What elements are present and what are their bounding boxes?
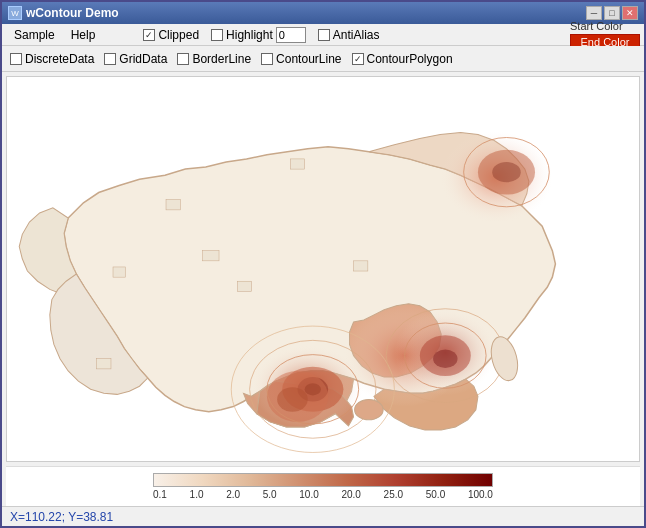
legend-label-5: 20.0 xyxy=(341,489,360,500)
coordinates-display: X=110.22; Y=38.81 xyxy=(10,510,113,524)
border-line-label: BorderLine xyxy=(192,52,251,66)
clipped-checkbox[interactable] xyxy=(143,29,155,41)
antialias-option: AntiAlias xyxy=(318,28,380,42)
discrete-data-label: DiscreteData xyxy=(25,52,94,66)
highlight-input[interactable] xyxy=(276,27,306,43)
legend-area: 0.1 1.0 2.0 5.0 10.0 20.0 25.0 50.0 100.… xyxy=(6,466,640,506)
highlight-label: Highlight xyxy=(226,28,273,42)
menu-bar: Sample Help Clipped Highlight AntiAlias … xyxy=(2,24,644,46)
svg-rect-28 xyxy=(354,261,368,271)
contour-polygon-checkbox[interactable] xyxy=(352,53,364,65)
svg-rect-26 xyxy=(97,359,111,369)
app-icon: W xyxy=(8,6,22,20)
svg-rect-23 xyxy=(166,200,180,210)
clipped-option: Clipped xyxy=(143,28,199,42)
svg-rect-24 xyxy=(203,251,219,261)
contour-line-label: ContourLine xyxy=(276,52,341,66)
options-bar: DiscreteData GridData BorderLine Contour… xyxy=(2,46,644,72)
antialias-label: AntiAlias xyxy=(333,28,380,42)
discrete-data-option: DiscreteData xyxy=(10,52,94,66)
contour-line-option: ContourLine xyxy=(261,52,341,66)
legend-labels: 0.1 1.0 2.0 5.0 10.0 20.0 25.0 50.0 100.… xyxy=(153,489,493,500)
legend-bar xyxy=(153,473,493,487)
menu-help[interactable]: Help xyxy=(63,26,104,44)
svg-point-13 xyxy=(277,387,308,411)
grid-data-label: GridData xyxy=(119,52,167,66)
legend-label-7: 50.0 xyxy=(426,489,445,500)
start-color-label: Start Color xyxy=(570,20,623,32)
title-bar: W wContour Demo ─ □ ✕ xyxy=(2,2,644,24)
map-area[interactable] xyxy=(6,76,640,462)
svg-rect-27 xyxy=(113,267,125,277)
contour-polygon-label: ContourPolygon xyxy=(367,52,453,66)
highlight-checkbox[interactable] xyxy=(211,29,223,41)
border-line-option: BorderLine xyxy=(177,52,251,66)
contour-line-checkbox[interactable] xyxy=(261,53,273,65)
antialias-checkbox[interactable] xyxy=(318,29,330,41)
menu-sample[interactable]: Sample xyxy=(6,26,63,44)
title-bar-left: W wContour Demo xyxy=(8,6,119,20)
legend-label-6: 25.0 xyxy=(384,489,403,500)
legend-label-0: 0.1 xyxy=(153,489,167,500)
title-buttons: ─ □ ✕ xyxy=(586,6,638,20)
maximize-button[interactable]: □ xyxy=(604,6,620,20)
contour-polygon-option: ContourPolygon xyxy=(352,52,453,66)
legend-label-2: 2.0 xyxy=(226,489,240,500)
grid-data-option: GridData xyxy=(104,52,167,66)
svg-point-11 xyxy=(433,350,457,368)
highlight-option: Highlight xyxy=(211,27,306,43)
clipped-label: Clipped xyxy=(158,28,199,42)
minimize-button[interactable]: ─ xyxy=(586,6,602,20)
discrete-data-checkbox[interactable] xyxy=(10,53,22,65)
legend-label-8: 100.0 xyxy=(468,489,493,500)
svg-point-8 xyxy=(492,162,521,182)
map-svg xyxy=(7,77,639,461)
main-window: W wContour Demo ─ □ ✕ Sample Help Clippe… xyxy=(0,0,646,528)
window-title: wContour Demo xyxy=(26,6,119,20)
legend-label-1: 1.0 xyxy=(190,489,204,500)
svg-rect-25 xyxy=(237,281,251,291)
svg-rect-22 xyxy=(290,159,304,169)
grid-data-checkbox[interactable] xyxy=(104,53,116,65)
color-area: Start Color End Color xyxy=(570,20,640,50)
status-bar: X=110.22; Y=38.81 xyxy=(2,506,644,526)
close-button[interactable]: ✕ xyxy=(622,6,638,20)
border-line-checkbox[interactable] xyxy=(177,53,189,65)
legend-label-3: 5.0 xyxy=(263,489,277,500)
svg-point-21 xyxy=(355,399,384,419)
legend-label-4: 10.0 xyxy=(299,489,318,500)
